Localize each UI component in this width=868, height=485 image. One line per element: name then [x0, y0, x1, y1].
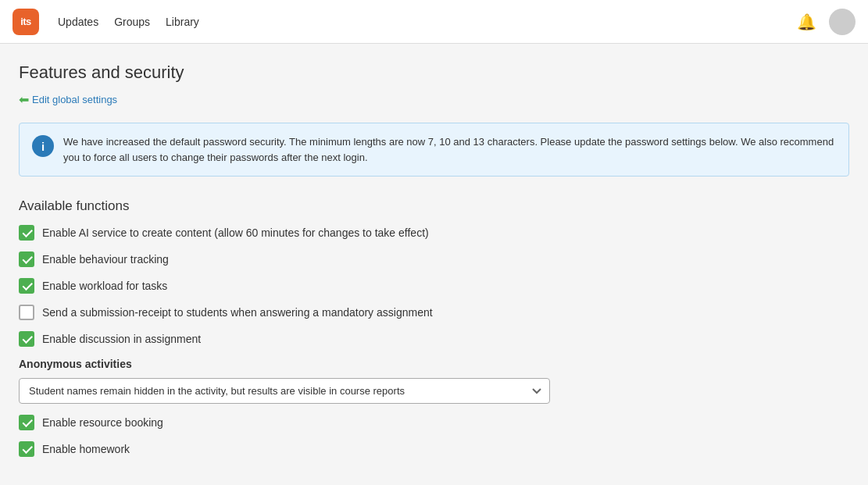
- checkbox-row-ai-service: Enable AI service to create content (all…: [19, 225, 849, 241]
- navbar: its Updates Groups Library 🔔: [0, 0, 868, 44]
- checkbox-row-homework: Enable homework: [19, 441, 849, 457]
- checkbox-row-resource-booking: Enable resource booking: [19, 415, 849, 430]
- info-banner: i We have increased the default password…: [19, 123, 849, 177]
- nav-link-groups[interactable]: Groups: [114, 12, 150, 31]
- checkbox-submission-receipt[interactable]: [19, 305, 34, 320]
- back-arrow-icon: ⬅: [19, 92, 29, 107]
- checkbox-row-behaviour-tracking: Enable behaviour tracking: [19, 251, 849, 267]
- info-icon: i: [32, 135, 54, 157]
- checkbox-submission-receipt-label: Send a submission-receipt to students wh…: [42, 306, 433, 319]
- checkbox-discussion-assignment-label: Enable discussion in assignment: [42, 333, 201, 345]
- checkbox-workload-tasks[interactable]: [19, 278, 34, 294]
- checkbox-row-discussion-assignment: Enable discussion in assignment: [19, 331, 849, 347]
- anonymous-activities-dropdown-container: Student names remain hidden in the activ…: [19, 378, 849, 404]
- back-link[interactable]: ⬅ Edit global settings: [19, 92, 117, 107]
- info-banner-text: We have increased the default password s…: [63, 134, 836, 165]
- checkbox-homework-label: Enable homework: [42, 443, 130, 455]
- checkbox-ai-service[interactable]: [19, 225, 34, 241]
- checkbox-homework[interactable]: [19, 441, 34, 457]
- bell-icon[interactable]: 🔔: [797, 12, 816, 31]
- checkbox-row-submission-receipt: Send a submission-receipt to students wh…: [19, 305, 849, 320]
- main-content: Features and security ⬅ Edit global sett…: [0, 44, 868, 485]
- checkbox-resource-booking-label: Enable resource booking: [42, 416, 163, 429]
- checkbox-ai-service-label: Enable AI service to create content (all…: [42, 226, 429, 239]
- back-link-label: Edit global settings: [32, 94, 117, 105]
- nav-link-updates[interactable]: Updates: [58, 12, 98, 31]
- checkbox-behaviour-tracking[interactable]: [19, 251, 34, 267]
- anonymous-activities-title: Anonymous activities: [19, 358, 849, 370]
- nav-links: Updates Groups Library: [58, 12, 778, 31]
- checkbox-discussion-assignment[interactable]: [19, 331, 34, 347]
- checkbox-resource-booking[interactable]: [19, 415, 34, 430]
- checkbox-behaviour-tracking-label: Enable behaviour tracking: [42, 253, 169, 266]
- checkbox-workload-tasks-label: Enable workload for tasks: [42, 280, 167, 292]
- nav-right: 🔔: [797, 9, 855, 35]
- avatar[interactable]: [829, 9, 855, 35]
- app-logo[interactable]: its: [13, 9, 39, 35]
- available-functions-title: Available functions: [19, 198, 849, 214]
- nav-link-library[interactable]: Library: [166, 12, 199, 31]
- page-title: Features and security: [19, 62, 849, 83]
- checkbox-row-workload-tasks: Enable workload for tasks: [19, 278, 849, 294]
- anonymous-activities-dropdown[interactable]: Student names remain hidden in the activ…: [19, 378, 550, 404]
